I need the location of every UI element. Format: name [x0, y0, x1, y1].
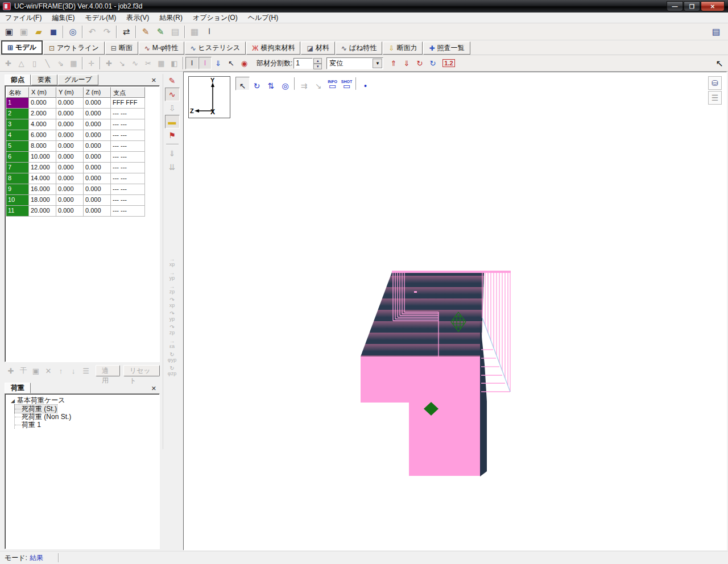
save-view-button[interactable]: ⛁	[708, 76, 722, 90]
ruler-button[interactable]: ▬	[165, 115, 180, 128]
row-delete-button[interactable]: ✕	[42, 365, 55, 376]
section-viewer-button[interactable]: Ｉ	[202, 24, 217, 39]
report-list-button[interactable]: ▤	[709, 24, 723, 39]
anchor-button[interactable]: ✛	[85, 57, 98, 69]
reset-button[interactable]: リセット	[123, 365, 160, 376]
load-case-1[interactable]: 荷重 1	[15, 421, 41, 429]
row-down-button[interactable]: ↓	[67, 365, 80, 376]
result-down-button[interactable]: ⇓	[400, 57, 413, 69]
load-tree-root[interactable]: ◢ 基本荷重ケース	[6, 396, 158, 405]
pointer-info-button[interactable]: ↖	[225, 57, 238, 69]
table-row[interactable]: 9 16.000 0.000 0.000 --- ---	[6, 184, 145, 195]
tab-model[interactable]: ⊞ モデル	[1, 40, 43, 55]
strain-ea-button[interactable]: → εa	[165, 337, 180, 350]
flag-button[interactable]: ⚑	[165, 128, 180, 142]
save-result-button[interactable]: ⇩	[165, 101, 180, 115]
close-icon[interactable]: ✕	[151, 77, 160, 85]
division-spinner[interactable]: ▲▼	[313, 58, 322, 69]
table-row[interactable]: 3 4.000 0.000 0.000 --- ---	[6, 119, 145, 130]
table-row[interactable]: 2 2.000 0.000 0.000 --- ---	[6, 109, 145, 119]
menu-model[interactable]: モデル(M)	[80, 12, 121, 24]
load-case-dead-st[interactable]: 死荷重 (St.)	[15, 405, 57, 413]
next-step-button[interactable]: ↘	[311, 77, 325, 90]
section-view-button[interactable]: Ｉ	[198, 57, 212, 69]
close-button[interactable]: ✕	[701, 1, 725, 11]
menu-view[interactable]: 表示(V)	[121, 12, 154, 24]
table-row[interactable]: 10 18.000 0.000 0.000 --- ---	[6, 195, 145, 206]
lock-button[interactable]: ◧	[168, 57, 181, 69]
disp-yp-button[interactable]: → yp	[165, 268, 180, 282]
info-capture-button[interactable]: INFO ▭	[325, 77, 340, 90]
pan-view-button[interactable]: ⇅	[264, 77, 278, 90]
row-insert-button[interactable]: 干	[17, 365, 30, 376]
rot-zp-button[interactable]: ↷ zp	[165, 323, 180, 337]
minimize-button[interactable]: —	[667, 1, 683, 11]
print-preview-button[interactable]: ◎	[65, 24, 80, 39]
spinner-down-icon[interactable]: ▼	[313, 64, 322, 69]
assign-button[interactable]: ⇘	[54, 57, 67, 69]
table-row[interactable]: 11 20.000 0.000 0.000 --- ---	[6, 206, 145, 217]
stamp-button[interactable]: ▤	[168, 24, 183, 39]
add-model-button[interactable]: ▣	[16, 24, 31, 39]
support-button[interactable]: △	[15, 57, 28, 69]
report-edit-button[interactable]: ✎	[138, 24, 153, 39]
model-3d-view[interactable]	[354, 267, 519, 483]
open-button[interactable]: ▰	[31, 24, 46, 39]
disp-zp-button[interactable]: → zp	[165, 282, 180, 296]
menu-edit[interactable]: 編集(E)	[47, 12, 80, 24]
menu-result[interactable]: 結果(R)	[154, 12, 188, 24]
row-up-button[interactable]: ↑	[55, 365, 67, 376]
calculator-button[interactable]: ▦	[187, 24, 202, 39]
dot-button[interactable]: •	[358, 77, 373, 90]
tab-material[interactable]: ◪ 材料	[301, 42, 334, 55]
pick-mode-icon[interactable]: ↖	[716, 58, 723, 69]
save-button[interactable]: ◼	[46, 24, 61, 39]
tab-groups[interactable]: グループ	[58, 74, 98, 85]
prev-step-button[interactable]: ⇉	[297, 77, 311, 90]
rotate-view-button[interactable]: ↻	[250, 77, 264, 90]
load-figure-button[interactable]: ⇓	[165, 147, 180, 160]
restore-button[interactable]: ❐	[684, 1, 700, 11]
tab-section-force[interactable]: ⇩ 断面力	[383, 42, 423, 55]
rigid-table-button[interactable]: ▦	[155, 57, 168, 69]
phi-yp-button[interactable]: ↻ φyp	[165, 350, 180, 364]
add-node-button[interactable]: ✚	[2, 57, 15, 69]
tab-nodes[interactable]: 節点	[5, 74, 31, 85]
pick-member-button[interactable]: ↘	[115, 57, 129, 69]
double-down-button[interactable]: ⇊	[165, 160, 180, 174]
viewport-3d[interactable]: Y Z X ↖ ↻ ⇅ ◎	[183, 72, 727, 550]
close-icon[interactable]: ✕	[151, 385, 160, 393]
tab-outline[interactable]: ⊡ アウトライン	[43, 42, 105, 55]
node-button[interactable]: ▯	[28, 57, 41, 69]
member-info-button[interactable]: ◉	[238, 57, 251, 69]
rot-xp-button[interactable]: ↷ xp	[165, 296, 180, 309]
row-copy-button[interactable]: ▣	[30, 365, 42, 376]
redo-button[interactable]: ↷	[100, 24, 114, 39]
table-row[interactable]: 1 0.000 0.000 0.000 FFF FFF	[6, 98, 145, 109]
result-type-combo[interactable]: 変位 ▼	[326, 57, 383, 69]
report-edit2-button[interactable]: ✎	[153, 24, 168, 39]
table-row[interactable]: 7 12.000 0.000 0.000 --- ---	[6, 163, 145, 173]
result-refresh-button[interactable]: ↻	[413, 57, 426, 69]
spinner-up-icon[interactable]: ▲	[313, 58, 322, 64]
select-button[interactable]: ↖	[235, 77, 250, 90]
import-view-button[interactable]: ⇓	[212, 57, 225, 69]
table-row[interactable]: 6 10.000 0.000 0.000 --- ---	[6, 152, 145, 163]
undo-button[interactable]: ↶	[85, 24, 100, 39]
tab-hysteresis[interactable]: ∿ ヒステリシス	[185, 42, 246, 55]
tab-spring[interactable]: ∿ ばね特性	[336, 42, 383, 55]
result-up-button[interactable]: ⇑	[387, 57, 400, 69]
table-row[interactable]: 5 8.000 0.000 0.000 --- ---	[6, 141, 145, 152]
menu-option[interactable]: オプション(O)	[188, 12, 243, 24]
tree-expand-icon[interactable]: ◢	[11, 398, 15, 404]
phi-zp-button[interactable]: ↻ φzp	[165, 364, 180, 378]
chevron-down-icon[interactable]: ▼	[373, 59, 382, 68]
tab-check-list[interactable]: ✚ 照査一覧	[423, 42, 470, 55]
menu-file[interactable]: ファイル(F)	[0, 12, 47, 24]
row-add-button[interactable]: ✚	[5, 365, 17, 376]
tab-elements[interactable]: 要素	[31, 74, 57, 85]
tab-confined-material[interactable]: Ж 横拘束材料	[246, 42, 300, 55]
insert-node-button[interactable]: ✚	[102, 57, 115, 69]
apply-button[interactable]: 適用	[96, 365, 120, 376]
legend-button[interactable]: ☰	[708, 91, 722, 105]
